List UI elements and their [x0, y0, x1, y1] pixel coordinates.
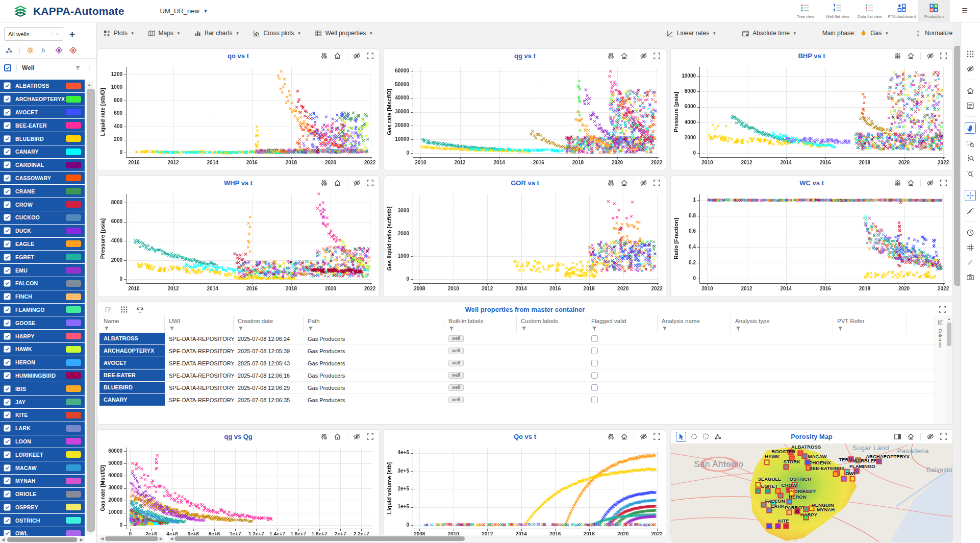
well-row-crane[interactable]: CRANE — [0, 185, 85, 198]
cell-name[interactable]: CANARY — [99, 394, 165, 406]
well-row-cassowary[interactable]: CASSOWARY — [0, 172, 85, 185]
view-button-production[interactable]: Production — [918, 0, 950, 22]
well-checkbox[interactable] — [4, 254, 11, 261]
well-checkbox[interactable] — [4, 188, 11, 195]
well-checkbox[interactable] — [4, 333, 11, 340]
content-scrollbar[interactable] — [953, 22, 960, 543]
well-row-ostrich[interactable]: OSTRICH — [0, 514, 85, 527]
expand-icon[interactable] — [653, 179, 661, 187]
well-checkbox[interactable] — [4, 175, 11, 182]
hide-icon[interactable] — [640, 179, 647, 187]
well-color-badge[interactable] — [66, 280, 81, 287]
zoom-vertical-icon[interactable] — [965, 153, 975, 163]
chart-qo_cum_t[interactable] — [384, 443, 666, 542]
well-color-badge[interactable] — [66, 149, 81, 155]
home-icon[interactable] — [620, 433, 628, 440]
column-header-flagged-valid[interactable]: Flagged valid — [587, 315, 658, 333]
well-checkbox[interactable] — [4, 345, 11, 353]
gear-icon[interactable] — [27, 46, 34, 54]
filter-icon[interactable] — [591, 326, 653, 332]
map-well-marker-kite[interactable] — [784, 524, 789, 529]
well-color-badge[interactable] — [66, 214, 81, 221]
well-row-ibis[interactable]: IBIS — [0, 382, 85, 395]
well-color-badge[interactable] — [66, 438, 81, 445]
well-color-badge[interactable] — [66, 359, 81, 366]
filter-icon[interactable] — [448, 326, 512, 332]
well-row-hawk[interactable]: HAWK — [0, 343, 85, 356]
home-icon[interactable] — [620, 52, 628, 60]
map-well-marker-macaw[interactable] — [802, 454, 808, 459]
map-well-marker-hawk[interactable] — [764, 459, 769, 465]
well-row-avocet[interactable]: AVOCET — [0, 106, 85, 119]
flagged-valid-checkbox[interactable] — [591, 384, 598, 391]
well-checkbox[interactable] — [4, 438, 11, 445]
well-checkbox[interactable] — [4, 477, 11, 484]
well-row-harpy[interactable]: HARPY — [0, 330, 85, 342]
well-row-owl[interactable]: OWL — [0, 527, 85, 536]
cell-name[interactable]: BEE-EATER — [99, 369, 165, 381]
toolbar-button-maps[interactable]: Maps▼ — [148, 30, 181, 37]
columns-tab[interactable]: Columns — [935, 315, 946, 424]
filter-icon[interactable] — [238, 326, 299, 332]
chart-bhp_t[interactable] — [671, 63, 952, 170]
well-color-badge[interactable] — [66, 306, 81, 313]
well-checkbox[interactable] — [4, 517, 11, 524]
map-well-marker-owl[interactable] — [850, 476, 856, 482]
well-row-bee-eater[interactable]: BEE-EATER — [0, 119, 85, 132]
map-well-marker-kite[interactable] — [767, 524, 772, 529]
plot-settings-icon[interactable] — [320, 179, 328, 187]
well-row-osprey[interactable]: OSPREY — [0, 501, 85, 514]
chart-whp_t[interactable] — [97, 190, 379, 297]
pan-icon[interactable] — [965, 122, 976, 134]
well-color-badge[interactable] — [66, 464, 81, 471]
well-row-falcon[interactable]: FALCON — [0, 277, 85, 290]
hide-icon[interactable] — [353, 179, 361, 187]
column-header-pvt-refer[interactable]: PVT Refer — [833, 315, 907, 333]
well-color-badge[interactable] — [66, 188, 81, 194]
map-well-marker-lark[interactable] — [767, 508, 772, 513]
well-row-emu[interactable]: EMU — [0, 264, 85, 277]
well-color-badge[interactable] — [66, 135, 81, 142]
chart-qg_t[interactable] — [384, 63, 666, 170]
table-row-avocet[interactable]: AVOCETSPE-DATA-REPOSITORY-DATASE...2025-… — [99, 357, 935, 369]
well-color-badge[interactable] — [66, 372, 81, 379]
well-checkbox[interactable] — [4, 530, 11, 536]
well-checkbox[interactable] — [4, 293, 11, 300]
plot-settings-icon[interactable] — [607, 52, 615, 60]
column-header-analysis-type[interactable]: Analysis type — [731, 315, 833, 333]
layout-grid-icon[interactable] — [965, 49, 975, 59]
hide-all-icon[interactable] — [965, 64, 975, 74]
crosshair-icon[interactable] — [965, 190, 976, 201]
expand-icon[interactable] — [366, 433, 374, 440]
column-header-built-in-labels[interactable]: Built-in labels — [444, 315, 517, 333]
chart-qo_t[interactable] — [97, 63, 379, 170]
flagged-valid-checkbox[interactable] — [591, 335, 598, 342]
well-color-badge[interactable] — [66, 425, 81, 432]
ellipse-select-icon[interactable] — [690, 433, 698, 440]
well-row-oriole[interactable]: ORIOLE — [0, 488, 85, 501]
toolbar-button-plots[interactable]: Plots▼ — [103, 30, 135, 37]
well-color-badge[interactable] — [66, 530, 81, 536]
toolbar-button-main-phase[interactable]: Main phase:Gas▼ — [822, 30, 889, 37]
well-checkbox[interactable] — [4, 425, 11, 432]
well-color-badge[interactable] — [66, 162, 81, 168]
well-color-badge[interactable] — [66, 517, 81, 524]
well-color-badge[interactable] — [66, 451, 81, 458]
well-color-badge[interactable] — [66, 333, 81, 339]
well-row-archaeopteryx[interactable]: ARCHAEOPTERYX — [0, 93, 85, 106]
column-header-custom-labels[interactable]: Custom labels — [517, 315, 587, 333]
well-color-badge[interactable] — [66, 83, 81, 89]
well-checkbox[interactable] — [4, 214, 11, 221]
well-color-badge[interactable] — [66, 504, 81, 510]
expand-icon[interactable] — [940, 179, 947, 187]
grid-dots-icon[interactable] — [120, 306, 128, 313]
flagged-valid-checkbox[interactable] — [591, 348, 598, 354]
flagged-valid-checkbox[interactable] — [591, 397, 598, 403]
expand-icon[interactable] — [940, 52, 947, 60]
map-well-marker-ibis[interactable] — [833, 471, 838, 477]
flagged-valid-checkbox[interactable] — [591, 360, 598, 366]
more-options-icon[interactable]: ⋮ — [86, 64, 92, 71]
well-row-bluebird[interactable]: BLUEBIRD — [0, 132, 85, 145]
filter-icon[interactable] — [74, 65, 81, 71]
table-row-canary[interactable]: CANARYSPE-DATA-REPOSITORY-DATASE...2025-… — [99, 394, 935, 406]
